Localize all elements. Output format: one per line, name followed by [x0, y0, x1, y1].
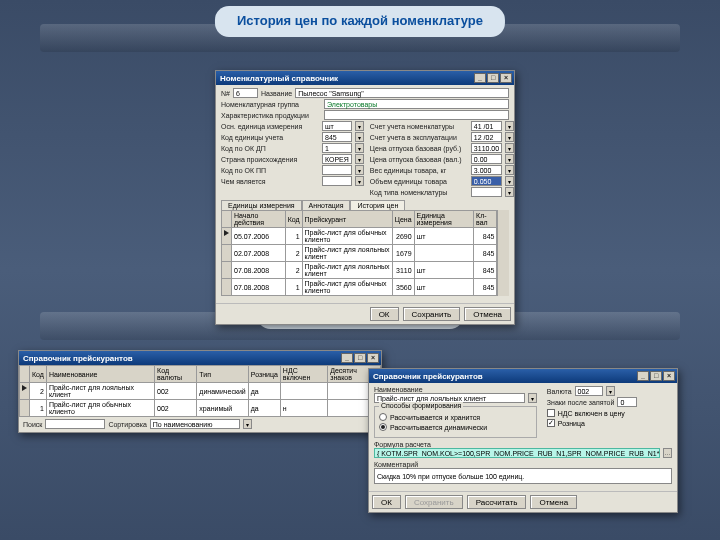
field-value[interactable]: шт [322, 121, 352, 131]
history-table[interactable]: Начало действияКодПрейскурантЦенаЕдиница… [221, 210, 497, 296]
retail-check[interactable]: ✓Розница [547, 419, 672, 427]
ways-group: Способы формирования Рассчитывается и хр… [374, 406, 537, 438]
field-value[interactable]: 3110.00 [471, 143, 502, 153]
min-icon[interactable]: _ [341, 353, 353, 363]
field-value[interactable]: 12 /02 [471, 132, 502, 142]
window-nomenclature: Номенклатурный справочник _ □ × N# 6 Наз… [215, 70, 515, 325]
chevron-down-icon[interactable]: ▾ [528, 393, 537, 403]
chevron-down-icon[interactable]: ▾ [355, 176, 364, 186]
window-preis: Справочник прейскурантов _ □ × КодНаимен… [18, 350, 382, 433]
col-header[interactable]: Начало действия [232, 211, 286, 228]
save-button[interactable]: Сохранить [405, 495, 463, 509]
col-header[interactable]: Прейскурант [302, 211, 392, 228]
table-row[interactable]: 07.08.20082Прайс-лист для лояльных клиен… [222, 262, 497, 279]
col-header[interactable]: Наименование [46, 366, 154, 383]
nn-field[interactable]: 6 [233, 88, 258, 98]
field-value[interactable]: 3.000 [471, 165, 502, 175]
table-row[interactable]: 1Прайс-лист для обычных клиенто002храним… [20, 400, 381, 417]
chevron-down-icon[interactable]: ▾ [505, 132, 514, 142]
field-label: Счет учета в эксплуатации [370, 134, 468, 141]
dec-field[interactable]: 0 [617, 397, 637, 407]
sort-select[interactable]: По наименованию [150, 419, 240, 429]
ways-label: Способы формирования [379, 402, 463, 409]
table-row[interactable]: 2Прайс-лист для лояльных клиент002динами… [20, 383, 381, 400]
chevron-down-icon[interactable]: ▾ [505, 143, 514, 153]
chevron-down-icon[interactable]: ▾ [505, 187, 514, 197]
min-icon[interactable]: _ [637, 371, 649, 381]
max-icon[interactable]: □ [650, 371, 662, 381]
chevron-down-icon[interactable]: ▾ [355, 154, 364, 164]
cur-field[interactable]: 002 [575, 386, 603, 396]
table-row[interactable]: 07.08.20081Прайс-лист для обычных клиент… [222, 279, 497, 296]
chevron-down-icon[interactable]: ▾ [606, 386, 615, 396]
scrollbar[interactable] [497, 210, 509, 296]
save-button[interactable]: Сохранить [403, 307, 461, 321]
nn-label: N# [221, 90, 230, 97]
col-header[interactable]: Единица измерения [414, 211, 473, 228]
chevron-down-icon[interactable]: ▾ [355, 165, 364, 175]
field-label: Цена отпуска базовая (вал.) [370, 156, 468, 163]
field-value[interactable] [322, 176, 352, 186]
nds-check[interactable]: НДС включен в цену [547, 409, 672, 417]
comment-field[interactable]: Скидка 10% при отпуске больше 100 единиц… [374, 468, 672, 484]
ok-button[interactable]: ОК [372, 495, 401, 509]
tab-history[interactable]: История цен [350, 200, 405, 210]
field-value[interactable]: 1 [322, 143, 352, 153]
field-value[interactable] [471, 187, 502, 197]
ok-button[interactable]: ОК [370, 307, 399, 321]
field-label: Код единицы учета [221, 134, 319, 141]
chevron-down-icon[interactable]: ▾ [505, 154, 514, 164]
cancel-button[interactable]: Отмена [464, 307, 511, 321]
calc-button[interactable]: Рассчитать [467, 495, 527, 509]
search-input[interactable] [45, 419, 105, 429]
col-header[interactable]: Цена [392, 211, 414, 228]
way-dynamic[interactable]: Рассчитывается динамически [379, 423, 532, 431]
min-icon[interactable]: _ [474, 73, 486, 83]
field-value[interactable]: 0.050 [471, 176, 502, 186]
edit-name-label: Наименование [374, 386, 537, 393]
field-value[interactable]: КОРЕЯ [322, 154, 352, 164]
chevron-down-icon[interactable]: ▾ [243, 419, 252, 429]
max-icon[interactable]: □ [354, 353, 366, 363]
chevron-down-icon[interactable]: ▾ [355, 132, 364, 142]
col-header[interactable]: Розница [248, 366, 280, 383]
preis-table[interactable]: КодНаименованиеКод валютыТипРозницаНДС в… [19, 365, 381, 417]
group-field[interactable]: Электротовары [324, 99, 509, 109]
col-header[interactable]: НДС включен [280, 366, 327, 383]
col-header[interactable]: Тип [197, 366, 248, 383]
field-value[interactable] [322, 165, 352, 175]
titlebar-preis[interactable]: Справочник прейскурантов _ □ × [19, 351, 381, 365]
formula-field[interactable]: { KOTM.SPR_NOM.KOL>=100,SPR_NOM.PRICE_RU… [374, 448, 660, 458]
formula-picker-icon[interactable]: … [663, 448, 672, 458]
table-row[interactable]: 05.07.20061Прайс-лист для обычных клиент… [222, 228, 497, 245]
char-field[interactable] [324, 110, 509, 120]
comment-label: Комментарий [374, 461, 672, 468]
chevron-down-icon[interactable]: ▾ [505, 121, 514, 131]
field-label: Страна происхождения [221, 156, 319, 163]
close-icon[interactable]: × [367, 353, 379, 363]
col-header[interactable]: Код валюты [155, 366, 197, 383]
chevron-down-icon[interactable]: ▾ [505, 176, 514, 186]
chevron-down-icon[interactable]: ▾ [505, 165, 514, 175]
cancel-button[interactable]: Отмена [530, 495, 577, 509]
tab-annot[interactable]: Аннотация [302, 200, 351, 210]
way-stored[interactable]: Рассчитывается и хранится [379, 413, 532, 421]
close-icon[interactable]: × [663, 371, 675, 381]
char-label: Характеристика продукции [221, 112, 321, 119]
field-value[interactable]: 845 [322, 132, 352, 142]
col-header[interactable]: Кл-вал [474, 211, 497, 228]
table-row[interactable]: 02.07.20082Прайс-лист для лояльных клиен… [222, 245, 497, 262]
col-header[interactable]: Код [285, 211, 302, 228]
name-field[interactable]: Пылесос "Samsung" [295, 88, 509, 98]
chevron-down-icon[interactable]: ▾ [355, 143, 364, 153]
close-icon[interactable]: × [500, 73, 512, 83]
titlebar-nom[interactable]: Номенклатурный справочник _ □ × [216, 71, 514, 85]
titlebar-edit[interactable]: Справочник прейскурантов _ □ × [369, 369, 677, 383]
field-label: Код по ОК ДП [221, 145, 319, 152]
field-value[interactable]: 41 /01 [471, 121, 502, 131]
col-header[interactable]: Код [30, 366, 47, 383]
chevron-down-icon[interactable]: ▾ [355, 121, 364, 131]
field-value[interactable]: 0.00 [471, 154, 502, 164]
max-icon[interactable]: □ [487, 73, 499, 83]
tab-units[interactable]: Единицы измерения [221, 200, 302, 210]
